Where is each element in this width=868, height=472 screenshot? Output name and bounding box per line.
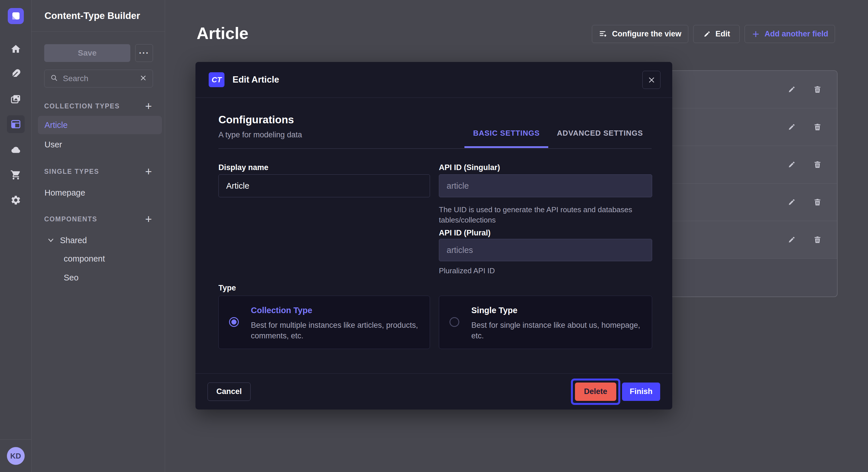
display-name-input[interactable] [218, 174, 430, 197]
sidebar-item-seo[interactable]: Seo [38, 268, 162, 287]
sidebar: Content-Type Builder Save ··· COLLECTION… [32, 0, 165, 472]
collection-types-header: COLLECTION TYPES + [44, 98, 152, 114]
api-id-plural-label: API ID (Plural) [439, 229, 652, 237]
shared-group-label: Shared [60, 236, 87, 245]
row-delete-trash-icon[interactable] [811, 121, 824, 133]
row-delete-trash-icon[interactable] [811, 83, 824, 96]
edit-article-modal: CT Edit Article Configurations A type fo… [195, 62, 672, 409]
sidebar-item-article[interactable]: Article [38, 116, 162, 134]
single-types-label: SINGLE TYPES [44, 168, 99, 175]
display-name-label: Display name [218, 163, 430, 172]
edit-button-label: Edit [716, 30, 730, 38]
components-header: COMPONENTS + [44, 211, 152, 227]
tabs-divider [218, 148, 652, 149]
modal-header: CT Edit Article [195, 62, 672, 98]
single-type-option[interactable]: Single Type Best for single instance lik… [439, 296, 652, 349]
radio-unselected-icon[interactable] [450, 317, 459, 327]
row-delete-trash-icon[interactable] [811, 233, 824, 246]
save-row: Save ··· [44, 44, 153, 62]
settings-gear-icon[interactable] [10, 195, 21, 206]
api-id-singular-label: API ID (Singular) [439, 163, 652, 172]
content-manager-feather-icon[interactable] [10, 68, 21, 79]
save-button[interactable]: Save [44, 44, 130, 62]
modal-body: Configurations A type for modeling data … [195, 98, 672, 373]
row-delete-trash-icon[interactable] [811, 196, 824, 208]
modal-title: Edit Article [232, 74, 279, 85]
collection-type-title: Collection Type [251, 306, 312, 315]
more-options-button[interactable]: ··· [135, 44, 153, 62]
row-edit-pencil-icon[interactable] [785, 121, 798, 133]
row-edit-pencil-icon[interactable] [785, 196, 798, 208]
add-collection-type-icon[interactable]: + [145, 100, 152, 112]
user-avatar[interactable]: KD [7, 447, 25, 465]
add-another-field-label: Add another field [765, 30, 828, 38]
add-single-type-icon[interactable]: + [145, 166, 152, 177]
sidebar-item-component[interactable]: component [38, 249, 162, 268]
rail-divider [0, 439, 31, 440]
configure-view-label: Configure the view [612, 30, 681, 38]
marketplace-cart-icon[interactable] [10, 169, 21, 180]
sidebar-header: Content-Type Builder [32, 0, 165, 32]
page-title: Article [197, 24, 249, 43]
configurations-subtitle: A type for modeling data [218, 131, 302, 139]
app-title: Content-Type Builder [44, 10, 140, 21]
api-id-plural-input[interactable] [439, 239, 652, 261]
footer-actions: Delete Finish [575, 382, 660, 401]
media-library-icon[interactable] [10, 94, 21, 105]
api-id-singular-input[interactable] [439, 174, 652, 197]
modal-close-button[interactable] [642, 71, 660, 89]
delete-button-label: Delete [584, 387, 607, 396]
single-type-title: Single Type [471, 306, 518, 315]
add-component-icon[interactable]: + [145, 213, 152, 225]
sidebar-group-shared[interactable]: Shared [38, 231, 162, 249]
add-another-field-button[interactable]: Add another field [745, 25, 835, 43]
strapi-logo-icon[interactable] [8, 8, 24, 24]
edit-button[interactable]: Edit [693, 25, 740, 43]
sidebar-item-homepage[interactable]: Homepage [38, 183, 162, 202]
cloud-icon[interactable] [10, 144, 21, 156]
tab-advanced-settings[interactable]: ADVANCED SETTINGS [548, 129, 652, 148]
components-label: COMPONENTS [44, 215, 97, 223]
row-edit-pencil-icon[interactable] [785, 83, 798, 96]
modal-footer: Cancel Delete Finish [195, 373, 672, 409]
content-type-builder-icon-active[interactable] [7, 115, 25, 133]
settings-tabs: BASIC SETTINGS ADVANCED SETTINGS [464, 129, 652, 148]
radio-dot [452, 319, 457, 325]
row-edit-pencil-icon[interactable] [785, 233, 798, 246]
toolbar: Configure the view Edit Add another fiel… [592, 25, 835, 43]
delete-button[interactable]: Delete [575, 382, 616, 401]
icon-rail: KD [0, 0, 32, 472]
collection-types-label: COLLECTION TYPES [44, 102, 120, 110]
tab-basic-settings[interactable]: BASIC SETTINGS [464, 129, 548, 148]
search-icon [50, 74, 58, 83]
type-label: Type [218, 283, 430, 293]
configure-view-button[interactable]: Configure the view [592, 25, 688, 43]
radio-dot [231, 319, 237, 325]
api-id-singular-hint: The UID is used to generate the API rout… [439, 204, 652, 225]
search-input[interactable] [63, 74, 135, 83]
cancel-button[interactable]: Cancel [208, 382, 251, 401]
content-type-badge: CT [209, 72, 224, 87]
row-delete-trash-icon[interactable] [811, 158, 824, 171]
chevron-down-icon [48, 238, 54, 243]
configurations-title: Configurations [218, 114, 294, 126]
home-icon[interactable] [10, 43, 21, 55]
collection-type-description: Best for multiple instances like article… [251, 320, 422, 341]
finish-button[interactable]: Finish [622, 382, 660, 401]
sidebar-item-user[interactable]: User [38, 135, 162, 154]
api-id-plural-hint: Pluralized API ID [439, 266, 652, 276]
row-edit-pencil-icon[interactable] [785, 158, 798, 171]
single-types-header: SINGLE TYPES + [44, 164, 152, 179]
search-clear-icon[interactable] [140, 74, 147, 83]
screen: KD Content-Type Builder Save ··· COLLECT… [0, 0, 868, 472]
search-box [44, 70, 153, 88]
collection-type-option[interactable]: Collection Type Best for multiple instan… [218, 296, 430, 349]
single-type-description: Best for single instance like about us, … [471, 320, 644, 341]
radio-selected-icon[interactable] [229, 317, 239, 327]
